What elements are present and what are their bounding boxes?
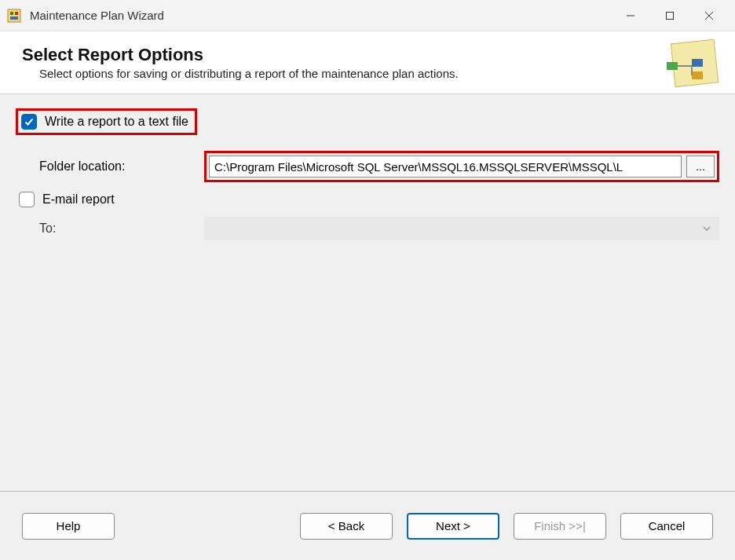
window-title: Maintenance Plan Wizard xyxy=(30,9,611,22)
maximize-button[interactable] xyxy=(650,0,689,31)
title-bar: Maintenance Plan Wizard xyxy=(0,0,735,31)
svg-rect-11 xyxy=(692,59,703,67)
svg-rect-9 xyxy=(667,62,678,70)
back-button[interactable]: < Back xyxy=(300,513,393,540)
page-subtitle: Select options for saving or distributin… xyxy=(22,67,659,80)
window-controls xyxy=(611,0,729,31)
wizard-footer: Help < Back Next > Finish >>| Cancel xyxy=(0,491,735,560)
email-to-row: To: xyxy=(16,217,719,240)
help-button[interactable]: Help xyxy=(22,513,115,540)
minimize-button[interactable] xyxy=(611,0,650,31)
chevron-down-icon xyxy=(702,222,711,236)
write-report-checkbox[interactable] xyxy=(21,114,37,130)
folder-location-row: Folder location: ... xyxy=(16,151,719,182)
svg-rect-3 xyxy=(10,16,18,20)
email-to-label: To: xyxy=(16,221,204,236)
wizard-graphic-icon xyxy=(659,35,726,90)
write-report-label: Write a report to a text file xyxy=(45,115,188,129)
content-area: Write a report to a text file Folder loc… xyxy=(0,94,735,491)
svg-rect-5 xyxy=(667,12,674,19)
app-icon xyxy=(6,8,22,24)
email-report-label: E-mail report xyxy=(42,192,115,207)
email-report-checkbox[interactable] xyxy=(19,192,35,207)
wizard-header: Select Report Options Select options for… xyxy=(0,31,735,94)
write-report-option[interactable]: Write a report to a text file xyxy=(16,108,197,135)
page-title: Select Report Options xyxy=(22,45,659,65)
cancel-button[interactable]: Cancel xyxy=(620,513,713,540)
svg-rect-1 xyxy=(10,12,13,15)
email-report-option[interactable]: E-mail report xyxy=(16,192,719,207)
folder-location-input[interactable] xyxy=(209,156,682,178)
svg-rect-12 xyxy=(692,71,703,79)
svg-rect-2 xyxy=(15,12,18,15)
email-to-combo xyxy=(204,217,719,240)
finish-button: Finish >>| xyxy=(514,513,606,540)
folder-location-group: ... xyxy=(204,151,719,182)
svg-rect-0 xyxy=(8,9,20,22)
browse-button[interactable]: ... xyxy=(686,156,715,178)
folder-location-label: Folder location: xyxy=(16,159,204,174)
next-button[interactable]: Next > xyxy=(407,513,499,540)
close-button[interactable] xyxy=(689,0,729,31)
